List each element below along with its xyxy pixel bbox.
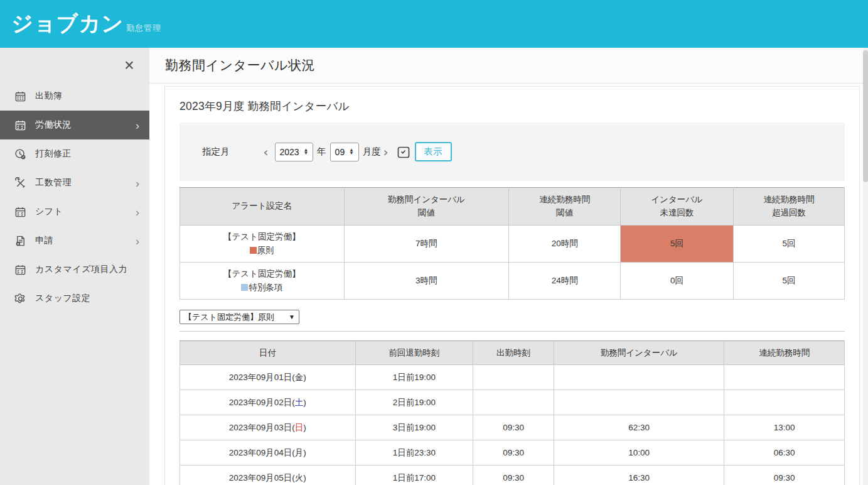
month-select[interactable]: 09 ▲▼ <box>330 143 359 161</box>
detail-value-cell: 09:30 <box>473 415 554 440</box>
chevron-down-icon: ▼ <box>289 313 295 320</box>
detail-value-cell <box>473 365 554 390</box>
detail-table-header-cell: 前回退勤時刻 <box>355 341 473 365</box>
detail-value-cell: 09:30 <box>473 466 554 485</box>
year-spinner-icon: ▲▼ <box>304 149 308 154</box>
sidebar-item-5[interactable]: 申請› <box>0 226 149 255</box>
detail-value-cell: 13:00 <box>724 415 845 440</box>
alert-value-cell: 7時間 <box>344 226 509 263</box>
sidebar-item-0[interactable]: 出勤簿 <box>0 82 149 111</box>
detail-value-cell <box>554 390 724 415</box>
app-logo-subtitle: 勤怠管理 <box>126 23 161 33</box>
detail-value-cell: 3日前19:00 <box>355 415 473 440</box>
weekday-label: 火 <box>295 473 304 482</box>
sidebar-item-label: 労働状況 <box>35 119 136 131</box>
sidebar-item-1[interactable]: 労働状況› <box>0 111 149 139</box>
chevron-right-icon: › <box>136 119 139 131</box>
prev-month-button[interactable]: ‹ <box>261 146 271 158</box>
detail-value-cell: 06:30 <box>724 440 845 466</box>
alert-value-cell: 24時間 <box>509 263 621 300</box>
detail-value-cell <box>554 365 724 390</box>
month-spinner-icon: ▲▼ <box>349 149 353 154</box>
scrollbar-thumb[interactable] <box>863 50 868 182</box>
chevron-right-icon: › <box>136 177 139 189</box>
weekday-label: 日 <box>295 423 304 432</box>
detail-value-cell: 62:30 <box>554 415 724 440</box>
alert-color-marker <box>241 284 248 291</box>
detail-value-cell <box>724 390 845 415</box>
calendar-check-icon <box>14 263 26 276</box>
sidebar-item-2[interactable]: 打刻修正 <box>0 139 149 168</box>
calendar-picker-icon[interactable] <box>397 145 410 159</box>
alert-setting-select[interactable]: 【テスト固定労働】原則 ▼ <box>179 310 299 324</box>
next-month-button[interactable]: › <box>381 146 391 158</box>
detail-value-cell: 1日前23:30 <box>355 440 473 466</box>
detail-value-cell: 09:30 <box>724 466 845 485</box>
date-cell: 2023年09月03日(日) <box>180 415 356 440</box>
sidebar-item-6[interactable]: カスタマイズ項目入力 <box>0 255 149 284</box>
sidebar-item-4[interactable]: シフト› <box>0 197 149 226</box>
calendar-check-icon <box>14 205 26 218</box>
show-button[interactable]: 表示 <box>415 142 452 161</box>
weekday-label: 金 <box>295 373 304 382</box>
alert-table-row: 【テスト固定労働】特別条項3時間24時間0回5回 <box>180 263 845 300</box>
year-select[interactable]: 2023 ▲▼ <box>275 143 314 161</box>
detail-value-cell: 1日前19:00 <box>355 365 473 390</box>
sidebar-item-label: 打刻修正 <box>35 148 139 160</box>
sidebar-item-label: 工数管理 <box>35 177 136 188</box>
alert-name-cell: 【テスト固定労働】特別条項 <box>180 263 345 300</box>
tools-icon <box>14 177 26 189</box>
app-logo[interactable]: ジョブカン勤怠管理 <box>11 9 161 38</box>
detail-value-cell <box>473 390 554 415</box>
gear-icon <box>14 292 26 305</box>
sidebar-menu: 出勤簿労働状況›打刻修正工数管理›シフト›申請›カスタマイズ項目入力スタッフ設定 <box>0 82 149 313</box>
weekday-label: 土 <box>295 398 304 407</box>
date-cell: 2023年09月01日(金) <box>180 365 356 390</box>
alert-table-header-cell: アラート設定名 <box>180 188 345 226</box>
date-cell: 2023年09月05日(火) <box>180 466 356 485</box>
sidebar-close-button[interactable]: × <box>119 55 139 75</box>
detail-value-cell: 16:30 <box>554 466 724 485</box>
chevron-right-icon: › <box>136 235 139 247</box>
detail-table-row: 2023年09月02日(土)2日前19:00 <box>180 390 845 415</box>
date-cell: 2023年09月02日(土) <box>180 390 356 415</box>
sidebar-item-label: 出勤簿 <box>35 90 139 102</box>
alert-value-cell: 5回 <box>734 263 845 300</box>
alert-table-header-cell: 連続勤務時間超過回数 <box>734 188 845 226</box>
sidebar-item-7[interactable]: スタッフ設定 <box>0 284 149 313</box>
alert-value-cell-highlighted: 5回 <box>621 226 734 263</box>
detail-table-row: 2023年09月04日(月)1日前23:3009:3010:0006:30 <box>180 440 845 466</box>
month-filter-label: 指定月 <box>202 146 230 158</box>
month-filter-panel: 指定月 ‹ 2023 ▲▼ 年 09 ▲▼ 月度 › 表示 <box>179 123 845 181</box>
alert-summary-table: アラート設定名勤務間インターバル閾値連続勤務時間閾値インターバル未達回数連続勤務… <box>179 187 845 300</box>
detail-value-cell: 10:00 <box>554 440 724 466</box>
alert-table-header-cell: 勤務間インターバル閾値 <box>344 188 509 226</box>
detail-table-row: 2023年09月05日(火)1日前17:0009:3016:3009:30 <box>180 466 845 485</box>
document-add-icon <box>14 234 26 247</box>
page-title: 勤務間インターバル状況 <box>165 57 315 74</box>
alert-value-cell: 5回 <box>734 226 845 263</box>
page-title-bar: 勤務間インターバル状況 <box>149 48 868 84</box>
sidebar: × 出勤簿労働状況›打刻修正工数管理›シフト›申請›カスタマイズ項目入力スタッフ… <box>0 48 149 485</box>
card-title: 2023年9月度 勤務間インターバル <box>179 99 845 114</box>
month-unit-label: 月度 <box>363 146 381 158</box>
vertical-scrollbar[interactable] <box>863 48 868 485</box>
detail-table-header-cell: 出勤時刻 <box>473 341 554 365</box>
detail-value-cell <box>724 365 845 390</box>
detail-table-row: 2023年09月01日(金)1日前19:00 <box>180 365 845 390</box>
alert-color-marker <box>250 247 257 254</box>
app-header: ジョブカン勤怠管理 <box>0 0 868 48</box>
chevron-right-icon: › <box>136 206 139 218</box>
sidebar-item-label: スタッフ設定 <box>35 293 139 304</box>
detail-value-cell: 1日前17:00 <box>355 466 473 485</box>
sidebar-item-3[interactable]: 工数管理› <box>0 168 149 197</box>
alert-table-header-cell: 連続勤務時間閾値 <box>509 188 621 226</box>
detail-table-row: 2023年09月03日(日)3日前19:0009:3062:3013:00 <box>180 415 845 440</box>
main-content: 勤務間インターバル状況 2023年9月度 勤務間インターバル 指定月 ‹ 202… <box>149 48 868 485</box>
alert-name-cell: 【テスト固定労働】原則 <box>180 226 345 263</box>
alert-table-header-cell: インターバル未達回数 <box>621 188 734 226</box>
alert-value-cell: 3時間 <box>344 263 509 300</box>
clock-edit-icon <box>14 148 26 160</box>
sidebar-item-label: カスタマイズ項目入力 <box>35 264 139 275</box>
weekday-label: 月 <box>295 448 304 457</box>
